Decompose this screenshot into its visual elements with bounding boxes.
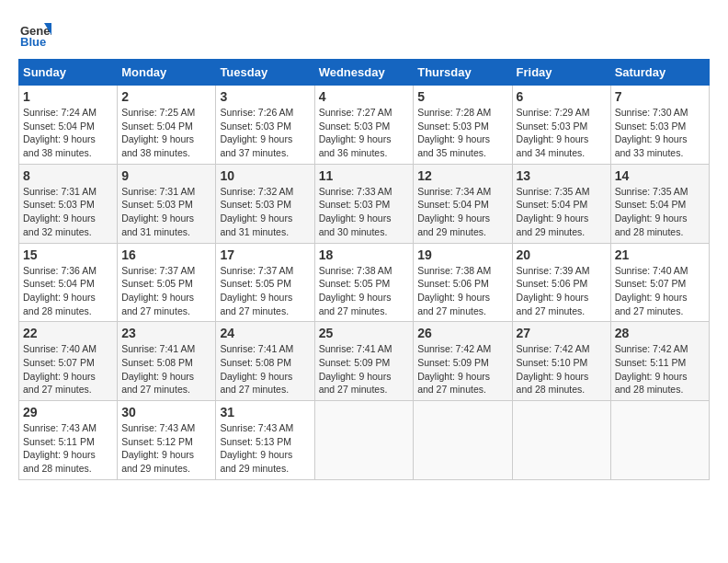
day-info: Sunrise: 7:35 AM Sunset: 5:04 PM Dayligh… xyxy=(517,185,607,239)
day-info: Sunrise: 7:31 AM Sunset: 5:03 PM Dayligh… xyxy=(23,185,113,239)
day-info: Sunrise: 7:37 AM Sunset: 5:05 PM Dayligh… xyxy=(121,264,211,318)
day-info: Sunrise: 7:29 AM Sunset: 5:03 PM Dayligh… xyxy=(517,106,607,160)
day-number: 23 xyxy=(121,326,211,340)
day-info: Sunrise: 7:39 AM Sunset: 5:06 PM Dayligh… xyxy=(517,264,607,318)
day-number: 9 xyxy=(121,168,211,183)
day-number: 31 xyxy=(220,405,310,419)
day-info: Sunrise: 7:38 AM Sunset: 5:05 PM Dayligh… xyxy=(319,264,410,318)
table-row: 8 Sunrise: 7:31 AM Sunset: 5:03 PM Dayli… xyxy=(19,164,118,243)
day-number: 14 xyxy=(615,168,705,183)
day-number: 6 xyxy=(517,89,607,104)
table-row: 21 Sunrise: 7:40 AM Sunset: 5:07 PM Dayl… xyxy=(610,243,709,322)
table-row: 5 Sunrise: 7:28 AM Sunset: 5:03 PM Dayli… xyxy=(414,86,512,165)
table-row xyxy=(512,401,610,480)
day-info: Sunrise: 7:33 AM Sunset: 5:03 PM Dayligh… xyxy=(319,185,410,239)
day-number: 10 xyxy=(220,168,310,183)
svg-text:Blue: Blue xyxy=(20,35,46,49)
day-info: Sunrise: 7:30 AM Sunset: 5:03 PM Dayligh… xyxy=(615,106,705,160)
day-info: Sunrise: 7:43 AM Sunset: 5:13 PM Dayligh… xyxy=(220,421,310,476)
header: General Blue xyxy=(18,18,710,52)
day-number: 29 xyxy=(23,405,113,419)
table-row: 4 Sunrise: 7:27 AM Sunset: 5:03 PM Dayli… xyxy=(314,86,414,165)
logo: General Blue xyxy=(18,18,55,52)
day-info: Sunrise: 7:41 AM Sunset: 5:08 PM Dayligh… xyxy=(121,342,211,396)
day-info: Sunrise: 7:41 AM Sunset: 5:09 PM Dayligh… xyxy=(319,342,410,396)
table-row: 1 Sunrise: 7:24 AM Sunset: 5:04 PM Dayli… xyxy=(19,86,118,165)
day-number: 1 xyxy=(23,89,113,104)
day-number: 27 xyxy=(517,326,607,340)
day-number: 18 xyxy=(319,247,410,262)
column-header-wednesday: Wednesday xyxy=(314,60,414,86)
table-row: 22 Sunrise: 7:40 AM Sunset: 5:07 PM Dayl… xyxy=(19,322,118,401)
table-row: 19 Sunrise: 7:38 AM Sunset: 5:06 PM Dayl… xyxy=(414,243,512,322)
logo-icon: General Blue xyxy=(18,18,51,52)
column-header-sunday: Sunday xyxy=(19,60,118,86)
table-row: 11 Sunrise: 7:33 AM Sunset: 5:03 PM Dayl… xyxy=(314,164,414,243)
table-row: 6 Sunrise: 7:29 AM Sunset: 5:03 PM Dayli… xyxy=(512,86,610,165)
table-row: 31 Sunrise: 7:43 AM Sunset: 5:13 PM Dayl… xyxy=(216,401,314,480)
day-number: 30 xyxy=(121,405,211,419)
table-row: 29 Sunrise: 7:43 AM Sunset: 5:11 PM Dayl… xyxy=(19,401,118,480)
table-row xyxy=(414,401,512,480)
table-row: 27 Sunrise: 7:42 AM Sunset: 5:10 PM Dayl… xyxy=(512,322,610,401)
day-info: Sunrise: 7:31 AM Sunset: 5:03 PM Dayligh… xyxy=(121,185,211,239)
day-number: 3 xyxy=(220,89,310,104)
table-row: 23 Sunrise: 7:41 AM Sunset: 5:08 PM Dayl… xyxy=(118,322,216,401)
day-info: Sunrise: 7:38 AM Sunset: 5:06 PM Dayligh… xyxy=(417,264,507,318)
table-row: 18 Sunrise: 7:38 AM Sunset: 5:05 PM Dayl… xyxy=(314,243,414,322)
day-info: Sunrise: 7:40 AM Sunset: 5:07 PM Dayligh… xyxy=(615,264,705,318)
table-row: 10 Sunrise: 7:32 AM Sunset: 5:03 PM Dayl… xyxy=(216,164,314,243)
day-info: Sunrise: 7:28 AM Sunset: 5:03 PM Dayligh… xyxy=(417,106,507,160)
day-number: 2 xyxy=(121,89,211,104)
table-row: 24 Sunrise: 7:41 AM Sunset: 5:08 PM Dayl… xyxy=(216,322,314,401)
day-info: Sunrise: 7:37 AM Sunset: 5:05 PM Dayligh… xyxy=(220,264,310,318)
column-header-saturday: Saturday xyxy=(610,60,709,86)
day-number: 21 xyxy=(615,247,705,262)
table-row: 17 Sunrise: 7:37 AM Sunset: 5:05 PM Dayl… xyxy=(216,243,314,322)
day-number: 15 xyxy=(23,247,113,262)
table-row: 28 Sunrise: 7:42 AM Sunset: 5:11 PM Dayl… xyxy=(610,322,709,401)
column-header-thursday: Thursday xyxy=(414,60,512,86)
day-number: 24 xyxy=(220,326,310,340)
day-info: Sunrise: 7:25 AM Sunset: 5:04 PM Dayligh… xyxy=(121,106,211,160)
table-row: 12 Sunrise: 7:34 AM Sunset: 5:04 PM Dayl… xyxy=(414,164,512,243)
day-info: Sunrise: 7:26 AM Sunset: 5:03 PM Dayligh… xyxy=(220,106,310,160)
day-number: 22 xyxy=(23,326,113,340)
day-number: 4 xyxy=(319,89,410,104)
day-info: Sunrise: 7:41 AM Sunset: 5:08 PM Dayligh… xyxy=(220,342,310,396)
day-number: 20 xyxy=(517,247,607,262)
day-number: 16 xyxy=(121,247,211,262)
table-row: 13 Sunrise: 7:35 AM Sunset: 5:04 PM Dayl… xyxy=(512,164,610,243)
table-row: 3 Sunrise: 7:26 AM Sunset: 5:03 PM Dayli… xyxy=(216,86,314,165)
table-row: 20 Sunrise: 7:39 AM Sunset: 5:06 PM Dayl… xyxy=(512,243,610,322)
day-info: Sunrise: 7:42 AM Sunset: 5:10 PM Dayligh… xyxy=(517,342,607,396)
day-number: 11 xyxy=(319,168,410,183)
table-row: 15 Sunrise: 7:36 AM Sunset: 5:04 PM Dayl… xyxy=(19,243,118,322)
day-info: Sunrise: 7:43 AM Sunset: 5:12 PM Dayligh… xyxy=(121,421,211,476)
day-info: Sunrise: 7:42 AM Sunset: 5:09 PM Dayligh… xyxy=(417,342,507,396)
day-number: 28 xyxy=(615,326,705,340)
table-row: 2 Sunrise: 7:25 AM Sunset: 5:04 PM Dayli… xyxy=(118,86,216,165)
column-header-friday: Friday xyxy=(512,60,610,86)
day-info: Sunrise: 7:34 AM Sunset: 5:04 PM Dayligh… xyxy=(417,185,507,239)
day-number: 17 xyxy=(220,247,310,262)
table-row xyxy=(314,401,414,480)
table-row: 9 Sunrise: 7:31 AM Sunset: 5:03 PM Dayli… xyxy=(118,164,216,243)
day-info: Sunrise: 7:42 AM Sunset: 5:11 PM Dayligh… xyxy=(615,342,705,396)
day-info: Sunrise: 7:43 AM Sunset: 5:11 PM Dayligh… xyxy=(23,421,113,476)
calendar: SundayMondayTuesdayWednesdayThursdayFrid… xyxy=(18,59,710,480)
day-info: Sunrise: 7:35 AM Sunset: 5:04 PM Dayligh… xyxy=(615,185,705,239)
day-number: 7 xyxy=(615,89,705,104)
day-info: Sunrise: 7:27 AM Sunset: 5:03 PM Dayligh… xyxy=(319,106,410,160)
table-row: 30 Sunrise: 7:43 AM Sunset: 5:12 PM Dayl… xyxy=(118,401,216,480)
table-row: 14 Sunrise: 7:35 AM Sunset: 5:04 PM Dayl… xyxy=(610,164,709,243)
day-number: 13 xyxy=(517,168,607,183)
table-row: 7 Sunrise: 7:30 AM Sunset: 5:03 PM Dayli… xyxy=(610,86,709,165)
day-number: 26 xyxy=(417,326,507,340)
column-header-tuesday: Tuesday xyxy=(216,60,314,86)
day-info: Sunrise: 7:40 AM Sunset: 5:07 PM Dayligh… xyxy=(23,342,113,396)
column-header-monday: Monday xyxy=(118,60,216,86)
day-number: 12 xyxy=(417,168,507,183)
table-row: 26 Sunrise: 7:42 AM Sunset: 5:09 PM Dayl… xyxy=(414,322,512,401)
day-number: 25 xyxy=(319,326,410,340)
